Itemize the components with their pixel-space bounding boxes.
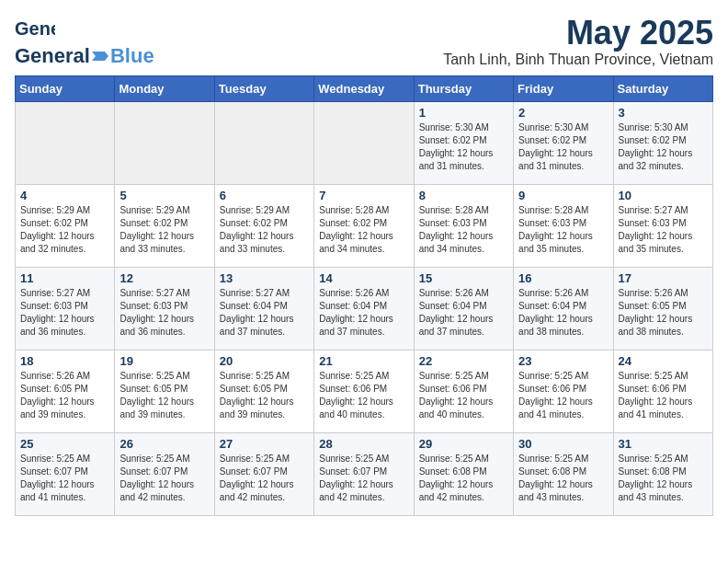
logo: General General Blue	[15, 15, 154, 68]
day-number: 5	[119, 189, 209, 202]
day-number: 2	[518, 106, 608, 120]
calendar-cell: 10Sunrise: 5:27 AM Sunset: 6:03 PM Dayli…	[613, 185, 712, 268]
day-info: Sunrise: 5:25 AM Sunset: 6:08 PM Dayligh…	[619, 453, 708, 504]
calendar-cell: 26Sunrise: 5:25 AM Sunset: 6:07 PM Dayli…	[115, 433, 214, 516]
day-number: 28	[319, 437, 408, 451]
day-info: Sunrise: 5:29 AM Sunset: 6:02 PM Dayligh…	[220, 204, 309, 256]
weekday-header-friday: Friday	[514, 76, 613, 102]
day-number: 9	[518, 189, 608, 202]
day-number: 23	[518, 354, 608, 368]
calendar-cell: 31Sunrise: 5:25 AM Sunset: 6:08 PM Dayli…	[613, 433, 712, 516]
weekday-header-row: SundayMondayTuesdayWednesdayThursdayFrid…	[16, 76, 713, 102]
day-info: Sunrise: 5:27 AM Sunset: 6:03 PM Dayligh…	[119, 287, 209, 339]
day-number: 31	[619, 437, 708, 451]
day-info: Sunrise: 5:25 AM Sunset: 6:06 PM Dayligh…	[319, 370, 408, 421]
day-info: Sunrise: 5:25 AM Sunset: 6:07 PM Dayligh…	[119, 453, 209, 504]
day-info: Sunrise: 5:30 AM Sunset: 6:02 PM Dayligh…	[619, 121, 708, 173]
day-number: 1	[419, 106, 508, 120]
title-block: May 2025 Tanh Linh, Binh Thuan Province,…	[443, 15, 713, 68]
day-number: 18	[20, 354, 109, 368]
day-info: Sunrise: 5:25 AM Sunset: 6:06 PM Dayligh…	[619, 370, 708, 421]
calendar-cell: 9Sunrise: 5:28 AM Sunset: 6:03 PM Daylig…	[514, 185, 613, 268]
day-info: Sunrise: 5:26 AM Sunset: 6:05 PM Dayligh…	[20, 370, 109, 421]
day-number: 30	[518, 437, 608, 451]
day-info: Sunrise: 5:25 AM Sunset: 6:06 PM Dayligh…	[518, 370, 608, 421]
day-info: Sunrise: 5:27 AM Sunset: 6:03 PM Dayligh…	[20, 287, 109, 339]
logo-blue-text: Blue	[110, 44, 154, 68]
weekday-header-sunday: Sunday	[16, 76, 115, 102]
weekday-header-saturday: Saturday	[613, 76, 712, 102]
calendar-cell: 23Sunrise: 5:25 AM Sunset: 6:06 PM Dayli…	[514, 350, 613, 433]
day-info: Sunrise: 5:26 AM Sunset: 6:05 PM Dayligh…	[619, 287, 708, 339]
day-info: Sunrise: 5:30 AM Sunset: 6:02 PM Dayligh…	[518, 121, 608, 173]
calendar-cell: 17Sunrise: 5:26 AM Sunset: 6:05 PM Dayli…	[613, 268, 712, 350]
calendar-cell	[314, 102, 414, 185]
day-number: 15	[419, 271, 508, 285]
week-row-4: 18Sunrise: 5:26 AM Sunset: 6:05 PM Dayli…	[16, 350, 713, 433]
day-number: 12	[119, 271, 209, 285]
day-number: 16	[518, 271, 608, 285]
month-title: May 2025	[443, 15, 713, 52]
day-info: Sunrise: 5:26 AM Sunset: 6:04 PM Dayligh…	[319, 287, 408, 339]
calendar-cell: 1Sunrise: 5:30 AM Sunset: 6:02 PM Daylig…	[414, 102, 513, 185]
day-info: Sunrise: 5:25 AM Sunset: 6:05 PM Dayligh…	[119, 370, 209, 421]
day-number: 29	[419, 437, 508, 451]
logo-arrow-icon	[92, 48, 108, 64]
calendar-cell: 14Sunrise: 5:26 AM Sunset: 6:04 PM Dayli…	[314, 268, 414, 350]
calendar-cell: 25Sunrise: 5:25 AM Sunset: 6:07 PM Dayli…	[16, 433, 115, 516]
day-number: 24	[619, 354, 708, 368]
calendar-cell: 28Sunrise: 5:25 AM Sunset: 6:07 PM Dayli…	[314, 433, 414, 516]
day-info: Sunrise: 5:25 AM Sunset: 6:07 PM Dayligh…	[319, 453, 408, 504]
calendar-cell: 8Sunrise: 5:28 AM Sunset: 6:03 PM Daylig…	[414, 185, 513, 268]
calendar-cell: 29Sunrise: 5:25 AM Sunset: 6:08 PM Dayli…	[414, 433, 513, 516]
calendar-cell: 12Sunrise: 5:27 AM Sunset: 6:03 PM Dayli…	[115, 268, 214, 350]
day-info: Sunrise: 5:25 AM Sunset: 6:08 PM Dayligh…	[518, 453, 608, 504]
day-info: Sunrise: 5:25 AM Sunset: 6:07 PM Dayligh…	[220, 453, 309, 504]
day-info: Sunrise: 5:27 AM Sunset: 6:04 PM Dayligh…	[220, 287, 309, 339]
calendar-cell: 11Sunrise: 5:27 AM Sunset: 6:03 PM Dayli…	[16, 268, 115, 350]
week-row-2: 4Sunrise: 5:29 AM Sunset: 6:02 PM Daylig…	[16, 185, 713, 268]
calendar-cell: 16Sunrise: 5:26 AM Sunset: 6:04 PM Dayli…	[514, 268, 613, 350]
calendar-cell: 5Sunrise: 5:29 AM Sunset: 6:02 PM Daylig…	[115, 185, 214, 268]
calendar-cell: 27Sunrise: 5:25 AM Sunset: 6:07 PM Dayli…	[214, 433, 313, 516]
day-number: 10	[619, 189, 708, 202]
day-info: Sunrise: 5:25 AM Sunset: 6:07 PM Dayligh…	[20, 453, 109, 504]
day-info: Sunrise: 5:29 AM Sunset: 6:02 PM Dayligh…	[119, 204, 209, 256]
calendar-cell: 21Sunrise: 5:25 AM Sunset: 6:06 PM Dayli…	[314, 350, 414, 433]
day-number: 25	[20, 437, 109, 451]
calendar-cell	[115, 102, 214, 185]
calendar-cell: 3Sunrise: 5:30 AM Sunset: 6:02 PM Daylig…	[613, 102, 712, 185]
day-number: 4	[20, 189, 109, 202]
logo-icon: General	[15, 15, 55, 44]
calendar-cell: 24Sunrise: 5:25 AM Sunset: 6:06 PM Dayli…	[613, 350, 712, 433]
day-info: Sunrise: 5:28 AM Sunset: 6:03 PM Dayligh…	[419, 204, 508, 256]
week-row-1: 1Sunrise: 5:30 AM Sunset: 6:02 PM Daylig…	[16, 102, 713, 185]
day-info: Sunrise: 5:25 AM Sunset: 6:08 PM Dayligh…	[419, 453, 508, 504]
weekday-header-thursday: Thursday	[414, 76, 513, 102]
calendar-cell: 7Sunrise: 5:28 AM Sunset: 6:02 PM Daylig…	[314, 185, 414, 268]
day-info: Sunrise: 5:25 AM Sunset: 6:05 PM Dayligh…	[220, 370, 309, 421]
week-row-5: 25Sunrise: 5:25 AM Sunset: 6:07 PM Dayli…	[16, 433, 713, 516]
calendar-cell: 15Sunrise: 5:26 AM Sunset: 6:04 PM Dayli…	[414, 268, 513, 350]
weekday-header-tuesday: Tuesday	[214, 76, 313, 102]
day-info: Sunrise: 5:27 AM Sunset: 6:03 PM Dayligh…	[619, 204, 708, 256]
day-info: Sunrise: 5:30 AM Sunset: 6:02 PM Dayligh…	[419, 121, 508, 173]
day-info: Sunrise: 5:28 AM Sunset: 6:02 PM Dayligh…	[319, 204, 408, 256]
svg-marker-1	[92, 52, 108, 61]
calendar-cell: 22Sunrise: 5:25 AM Sunset: 6:06 PM Dayli…	[414, 350, 513, 433]
calendar-cell: 19Sunrise: 5:25 AM Sunset: 6:05 PM Dayli…	[115, 350, 214, 433]
day-number: 20	[220, 354, 309, 368]
day-number: 27	[220, 437, 309, 451]
day-number: 13	[220, 271, 309, 285]
calendar-cell	[214, 102, 313, 185]
calendar-cell: 2Sunrise: 5:30 AM Sunset: 6:02 PM Daylig…	[514, 102, 613, 185]
calendar-table: SundayMondayTuesdayWednesdayThursdayFrid…	[15, 75, 713, 516]
day-number: 6	[220, 189, 309, 202]
calendar-cell	[16, 102, 115, 185]
day-number: 8	[419, 189, 508, 202]
week-row-3: 11Sunrise: 5:27 AM Sunset: 6:03 PM Dayli…	[16, 268, 713, 350]
calendar-cell: 13Sunrise: 5:27 AM Sunset: 6:04 PM Dayli…	[214, 268, 313, 350]
day-info: Sunrise: 5:28 AM Sunset: 6:03 PM Dayligh…	[518, 204, 608, 256]
day-number: 3	[619, 106, 708, 120]
day-info: Sunrise: 5:26 AM Sunset: 6:04 PM Dayligh…	[419, 287, 508, 339]
